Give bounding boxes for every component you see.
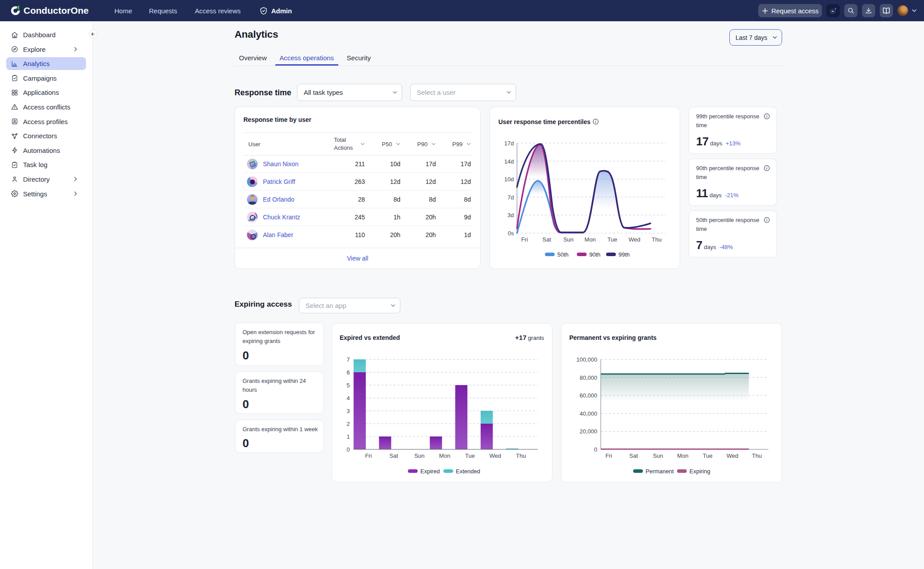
svg-text:17d: 17d bbox=[504, 140, 514, 147]
svg-text:Sun: Sun bbox=[414, 452, 424, 459]
svg-text:3: 3 bbox=[347, 408, 350, 414]
svg-text:Mon: Mon bbox=[677, 452, 688, 459]
svg-text:0s: 0s bbox=[508, 230, 514, 237]
svg-text:Fri: Fri bbox=[521, 236, 528, 243]
svg-text:14d: 14d bbox=[504, 158, 514, 165]
svg-text:3d: 3d bbox=[508, 212, 514, 218]
svg-text:Wed: Wed bbox=[727, 452, 739, 459]
svg-text:7d: 7d bbox=[508, 194, 514, 201]
svg-text:Fri: Fri bbox=[365, 452, 372, 459]
svg-text:Thu: Thu bbox=[752, 452, 762, 459]
svg-text:4: 4 bbox=[347, 395, 350, 401]
svg-text:Thu: Thu bbox=[652, 236, 662, 243]
svg-text:100,000: 100,000 bbox=[576, 356, 597, 363]
svg-text:5: 5 bbox=[347, 382, 350, 389]
svg-text:60,000: 60,000 bbox=[579, 392, 597, 399]
svg-text:Tue: Tue bbox=[607, 236, 617, 243]
svg-text:10d: 10d bbox=[504, 176, 514, 183]
svg-text:Fri: Fri bbox=[605, 452, 612, 459]
svg-text:20,000: 20,000 bbox=[579, 428, 597, 435]
svg-text:Wed: Wed bbox=[629, 236, 641, 243]
svg-text:0: 0 bbox=[347, 446, 350, 453]
svg-text:Expiring: Expiring bbox=[689, 468, 710, 475]
svg-text:Extended: Extended bbox=[456, 468, 480, 475]
svg-text:6: 6 bbox=[347, 369, 350, 376]
svg-text:Sat: Sat bbox=[542, 236, 551, 243]
svg-text:Mon: Mon bbox=[439, 452, 450, 459]
svg-text:Tue: Tue bbox=[465, 452, 475, 459]
svg-text:90th: 90th bbox=[589, 251, 600, 258]
svg-text:99th: 99th bbox=[619, 251, 630, 258]
svg-text:Expired: Expired bbox=[420, 468, 440, 475]
svg-text:2: 2 bbox=[347, 421, 350, 427]
svg-text:Wed: Wed bbox=[489, 452, 501, 459]
svg-text:Tue: Tue bbox=[703, 452, 713, 459]
svg-text:Thu: Thu bbox=[516, 452, 526, 459]
svg-text:Sun: Sun bbox=[563, 236, 573, 243]
svg-text:0: 0 bbox=[594, 446, 597, 453]
svg-text:50th: 50th bbox=[557, 251, 568, 258]
svg-text:7: 7 bbox=[347, 356, 350, 363]
svg-text:Permanent: Permanent bbox=[646, 468, 674, 475]
svg-text:1: 1 bbox=[347, 433, 350, 440]
svg-text:80,000: 80,000 bbox=[579, 374, 597, 381]
svg-text:Mon: Mon bbox=[584, 236, 595, 243]
svg-text:Sat: Sat bbox=[389, 452, 398, 459]
svg-text:Sat: Sat bbox=[629, 452, 638, 459]
svg-text:40,000: 40,000 bbox=[579, 410, 597, 417]
svg-text:Sun: Sun bbox=[653, 452, 663, 459]
